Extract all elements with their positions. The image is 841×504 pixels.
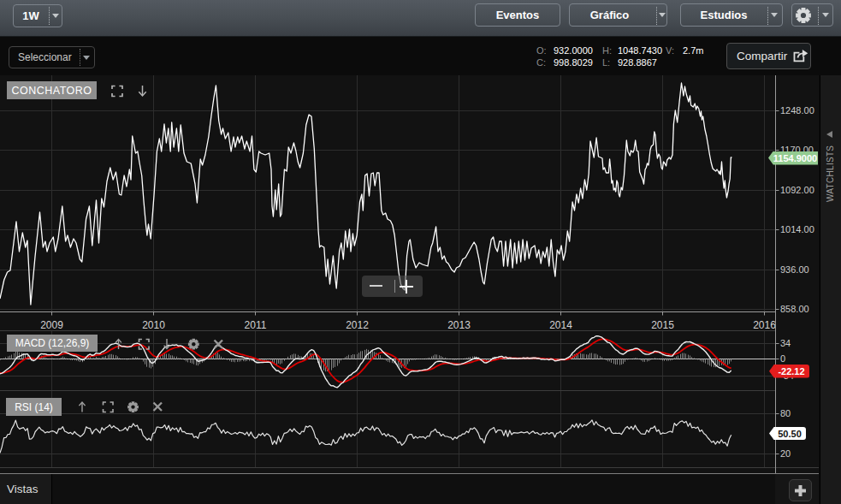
svg-text:1248.00: 1248.00 — [780, 105, 814, 116]
svg-text:2011: 2011 — [245, 319, 267, 331]
svg-text:34: 34 — [780, 338, 791, 348]
svg-text:2015: 2015 — [651, 319, 674, 331]
svg-text:936.00: 936.00 — [780, 264, 809, 275]
svg-text:0: 0 — [780, 353, 785, 364]
svg-text:2012: 2012 — [346, 319, 369, 331]
svg-text:2010: 2010 — [142, 319, 165, 331]
svg-text:20: 20 — [780, 448, 791, 459]
svg-text:1092.00: 1092.00 — [780, 185, 814, 195]
svg-text:2013: 2013 — [447, 319, 471, 331]
svg-text:2014: 2014 — [549, 319, 572, 331]
svg-text:2016: 2016 — [753, 319, 776, 331]
svg-text:858.00: 858.00 — [780, 304, 809, 314]
svg-text:80: 80 — [780, 408, 791, 418]
svg-text:2009: 2009 — [40, 319, 63, 331]
svg-text:1014.00: 1014.00 — [780, 224, 814, 234]
